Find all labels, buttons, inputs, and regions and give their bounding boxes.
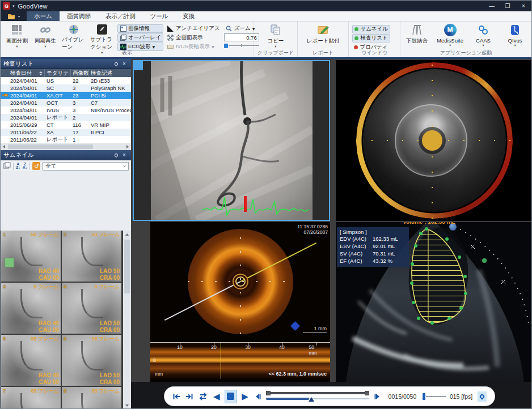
exam-row[interactable]: 2024/04/01IVUS3NIR/IVUS Procedure [1,106,131,114]
thumbnail-item-4[interactable]: 46 フレームLAO 50CRA 00 [62,283,121,334]
exam-list-close-button[interactable]: × [120,61,128,67]
exam-row[interactable]: 2015/06/29CT116VR MIP [1,121,131,129]
exam-row[interactable]: 2024/04/01OCT3C7 [1,99,131,106]
hscroll-thumb[interactable] [8,144,93,149]
exam-col-modality[interactable]: モダリティ [45,69,71,77]
exam-row[interactable]: 2024/04/01レポート2 [1,114,131,121]
fps-label: 015 [fps] [450,393,472,400]
frame-range-control[interactable] [266,391,370,402]
fps-slider[interactable] [423,393,445,400]
biplane-button[interactable]: バイプレーン [60,23,88,50]
subtraction-icon [96,24,108,35]
tab-3[interactable]: ツール [143,11,176,21]
ivus-viewport[interactable] [336,60,532,221]
previous-frame-button[interactable] [254,391,262,402]
exam-col-count[interactable]: 画像数 [71,69,89,77]
thumbnail-window-toggle[interactable]: サムネイル [352,25,390,33]
toolbar-pin-button[interactable] [478,391,487,402]
group-label-clipboard: クリップボード [254,49,297,57]
thumbnail-item-7[interactable]: 765 フレームRAO 30CAU 30 [1,387,61,409]
screen-split-button[interactable]: 画面分割 ▾ [3,23,31,50]
thumbnail-green-marker [5,258,14,267]
subtraction-button[interactable]: サブトラクション ▾ [88,23,116,50]
exam-row[interactable]: 2024/04/01US222D iE33 [1,77,131,84]
thumbnail-pin-button[interactable] [112,152,120,158]
limb-merge-button[interactable]: 下肢結合 [403,23,431,50]
position-slider[interactable] [266,397,370,402]
exam-row[interactable]: 2024/04/01XA,OT23PCI Bi [1,92,131,99]
tab-1[interactable]: 画質調節 [60,11,98,21]
stop-button[interactable] [225,390,237,403]
restore-button[interactable]: ❐ [500,1,516,11]
range-start-handle[interactable] [266,391,271,395]
oct-viewport[interactable]: 11:15:37 0286 07/26/2007 1 mm 1020304050… [150,222,330,382]
zoom-slider-handle[interactable] [224,44,228,48]
exam-row[interactable]: 2024/04/01SC3PolyGraph NK [1,84,131,92]
exam-list-window-toggle[interactable]: 検査リスト [352,34,390,42]
echo-viewport[interactable]: Volume : 162.33 mL [ Simpson ] EDV (A4C)… [336,222,532,382]
stack-view-button[interactable] [3,161,11,171]
play-forward-button[interactable]: ▶ [241,391,250,402]
exam-list-hscrollbar[interactable] [1,143,131,150]
fullscreen-button[interactable]: 全画面表示 [166,33,222,42]
thumbnail-filter-dropdown[interactable]: 全て ˅ [43,162,129,171]
caas-button[interactable]: CAAS ▾ [469,23,497,50]
position-thumb[interactable] [309,397,314,402]
file-menu-button[interactable]: ▾ [1,11,27,21]
minimize-button[interactable]: — [484,1,500,11]
copy-button[interactable]: コピー ▾ [261,23,290,50]
report-paste-button[interactable]: レポート貼付 [305,23,342,50]
oct-rotate-icon[interactable] [291,322,300,331]
thumbnail-item-8[interactable]: 865 フレームLAO 59CRA 20 [62,387,121,409]
thumbnail-item-5[interactable]: 598 フレームRAO 40CAU 00 [1,335,61,386]
exam-list-pin-button[interactable] [112,61,120,67]
close-button[interactable]: × [516,1,531,11]
play-reverse-button[interactable]: ◀ [212,391,221,402]
tab-2[interactable]: 表示／計測 [98,11,143,21]
thumbnail-frame-count: 50 フレーム [92,231,120,238]
range-bar [266,392,370,394]
skip-to-start-button[interactable] [172,391,181,402]
loop-button[interactable] [197,391,208,402]
app-logo-icon[interactable]: G [3,2,10,10]
exam-date: 2024/04/01 [9,92,45,99]
overlay-toggle[interactable]: オーバーレイ [117,33,163,42]
qivus-button[interactable]: QIvus ▾ [501,23,529,50]
active-viewport-corner-marker [134,61,143,70]
scroll-down-arrow[interactable] [124,402,130,409]
scroll-right-arrow[interactable] [124,143,131,150]
sort-ascending-button[interactable]: AZ↓ [16,163,20,169]
image-info-toggle[interactable]: 画像情報 [117,24,163,33]
range-end-handle[interactable] [365,391,369,395]
next-frame-button[interactable] [373,391,382,402]
skip-to-end-button[interactable] [185,391,193,402]
tab-0[interactable]: ホーム [27,11,60,21]
medis-suite-button[interactable]: M MedisSuite ▾ [434,23,466,50]
range-selector[interactable] [266,391,370,395]
thumbnail-vscrollbar[interactable] [123,231,131,409]
angio-viewport[interactable] [133,60,330,221]
thumbnail-close-button[interactable]: × [120,152,128,158]
exam-row[interactable]: 2011/06/22XA17II PCI [1,129,131,136]
refresh-button[interactable]: ↺ [32,162,40,170]
tab-4[interactable]: 変換 [176,11,202,21]
oct-longitudinal-view[interactable]: 1020304050 mm 0 mm << 62.3 mm, 1.0 mm/se… [150,342,330,378]
sync-play-button[interactable]: 同期再生 ▾ [31,23,60,50]
thumbnail-item-1[interactable]: 150 フレームRAO 40CAU 00 [1,231,61,282]
scroll-up-arrow[interactable] [124,231,130,238]
sort-descending-button[interactable]: ZA↓ [23,163,28,169]
exam-col-date[interactable]: 検査日付 [9,69,45,77]
thumbnail-item-2[interactable]: 250 フレームLAO 50CRA 00 [62,231,121,282]
exam-col-description[interactable]: 検査記述 [89,69,131,77]
exam-image-count: 23 [71,92,89,99]
vscroll-thumb[interactable] [124,240,130,293]
scroll-left-arrow[interactable] [1,143,7,150]
fps-handle[interactable] [423,393,425,400]
quick-access-caret-icon[interactable]: ▾ [12,4,15,8]
exam-list-header: 検査リスト × [1,59,131,69]
antialias-button[interactable]: アンチエイリアス [166,24,222,33]
exam-row[interactable]: 2011/06/22レポート1 [1,136,131,143]
oct-longitudinal-cursor[interactable] [221,343,221,379]
thumbnail-item-6[interactable]: 698 フレームLAO 50CRA 00 [62,335,121,386]
thumbnail-item-3[interactable]: 36 フレームRAO 40CAU 00 [1,283,61,334]
